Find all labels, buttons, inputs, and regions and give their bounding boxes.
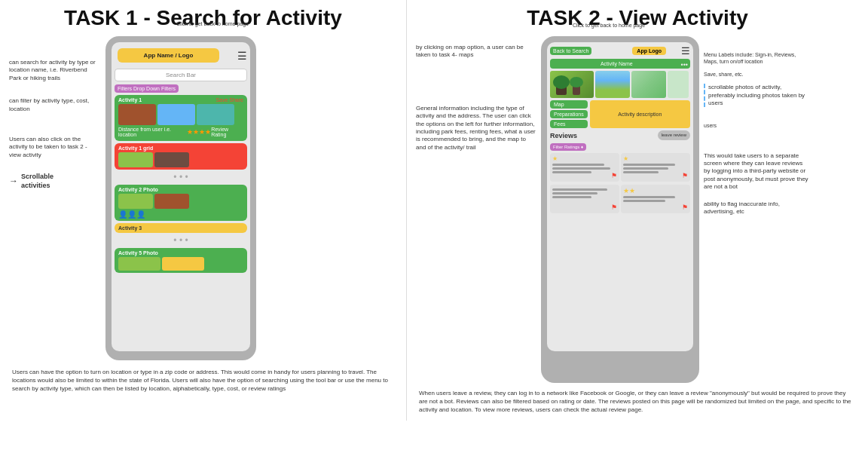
flag-icon-2[interactable]: ⚑ (682, 172, 688, 179)
activity-description-box: Activity description (590, 100, 690, 128)
task1-section: TASK 1 - Search for Activity can search … (0, 0, 407, 421)
tree-top-2 (570, 77, 583, 87)
ann-click-text: Users can also click on the activity to … (9, 136, 87, 158)
ann-scrollable-arrow: → (9, 176, 18, 188)
review-2-lines (623, 164, 688, 173)
review-2-stars: ★ (623, 155, 688, 162)
task2-screen: Back to Search App Logo ☰ Activity Name … (547, 42, 693, 351)
activity-card-4[interactable]: Activity 3 (115, 223, 247, 233)
photo-block-2 (595, 71, 630, 98)
app-logo-text: App Name / Logo (144, 52, 194, 59)
menu-icon[interactable]: ☰ (237, 50, 247, 62)
save-share[interactable]: Save Share (215, 97, 243, 103)
review-card-1: ★ ⚑ (550, 153, 619, 182)
ann-scrollable-photos-text: scrollable photos of activity, preferabl… (708, 84, 805, 106)
ann-save-share-text: Save, share, etc. (704, 72, 744, 77)
reviews-header: Reviews leave review (550, 130, 690, 140)
photos-row (550, 71, 690, 98)
dots-row-1: • • • (115, 172, 247, 182)
task1-bottom-text: Users can have the option to turn on loc… (9, 368, 397, 393)
ann-users: users (704, 122, 809, 129)
flag-icon-1[interactable]: ⚑ (611, 172, 617, 179)
reviews-title: Reviews (550, 132, 577, 139)
activity-card-5[interactable]: Activity 5 Photo (115, 248, 247, 273)
tab-preparations[interactable]: Preparations (550, 110, 588, 118)
flag-icon-4[interactable]: ⚑ (682, 204, 688, 211)
task2-right-annotations: Menu Labels include: Sign-in, Reviews, M… (704, 36, 809, 383)
ann-flag-info: ability to flag inaccurate info, adverti… (704, 201, 809, 216)
ann-flag-info-text: ability to flag inaccurate info, adverti… (704, 201, 780, 215)
activity-card-1[interactable]: Activity 1 Save Share Distance from user… (115, 95, 247, 141)
a5-img2 (162, 257, 204, 271)
app-logo2-text: App Logo (637, 48, 662, 54)
filter-chips: Filters Drop Down Filters (115, 84, 247, 93)
leave-review-btn[interactable]: leave review (658, 130, 690, 140)
app-logo-bar: App Name / Logo (118, 48, 219, 63)
ann-filter-text: can filter by activity type, cost, locat… (9, 97, 89, 112)
activity-3-images (118, 194, 243, 209)
task1-title: TASK 1 - Search for Activity (9, 6, 397, 30)
review-rating-label: Review Rating (211, 127, 243, 137)
review-grid: ★ ⚑ ★ (550, 153, 690, 213)
filter-ratings-btn[interactable]: Filter Ratings ♦ (550, 143, 586, 151)
tree-top-1 (553, 75, 570, 89)
r-line-7 (552, 188, 607, 191)
ann-search: can search for activity by type or locat… (9, 59, 99, 82)
filter-chip[interactable]: Filters Drop Down Filters (115, 84, 179, 93)
ann-menu-right: Menu Labels include: Sign-in, Reviews, M… (704, 51, 809, 65)
task1-search-bar[interactable]: Search Bar (115, 69, 247, 81)
activity-1-images (118, 104, 243, 125)
ann-general-info: General information including the type o… (416, 105, 536, 152)
dots-row-2: • • • (115, 235, 247, 246)
task2-top-note: Click to get back to home page (564, 23, 654, 28)
review-1-stars: ★ (552, 155, 617, 162)
r-line-1 (552, 164, 604, 166)
r-line-9 (552, 196, 591, 198)
activity-4-title: Activity 3 (118, 225, 142, 231)
app-logo2: App Logo (632, 47, 666, 55)
activity-card-2[interactable]: Activity 1 grid (115, 143, 247, 170)
activity-1-title: Activity 1 (118, 97, 142, 103)
r-line-4 (623, 164, 675, 166)
task2-menu-icon[interactable]: ☰ (681, 45, 690, 57)
photo-block-4 (668, 71, 689, 98)
tab-map[interactable]: Map (550, 100, 588, 109)
r-line-10 (623, 196, 675, 198)
back-to-search-btn[interactable]: Back to Search (550, 47, 591, 55)
distance-label: Distance from user i.e. location (118, 127, 187, 137)
ann-leave-review-info-text: This would take users to a separate scre… (704, 152, 808, 191)
activity-name-text: Activity Name (601, 61, 633, 66)
img-block-3 (197, 104, 234, 125)
ann-menu-right-text: Menu Labels include: Sign-in, Reviews, M… (704, 52, 796, 64)
activity-card-3[interactable]: Activity 2 Photo 👤👤👤 (115, 185, 247, 221)
review-card-2: ★ ⚑ (621, 153, 690, 182)
task1-annotations-left: can search for activity by type or locat… (9, 36, 99, 191)
ann-filter: can filter by activity type, cost, locat… (9, 97, 99, 113)
activity-5-title: Activity 5 Photo (118, 250, 158, 256)
activity-more-icon[interactable]: ••• (681, 61, 688, 69)
reviews-section: Reviews leave review Filter Ratings ♦ ★ (550, 130, 690, 213)
review-1-lines (552, 164, 617, 173)
photo-block-3 (631, 71, 666, 98)
flag-icon-3[interactable]: ⚑ (611, 204, 617, 211)
activity-2-images (118, 152, 243, 167)
task1-phone: Click to get back to home page App Name … (105, 36, 256, 360)
filter-ratings-text: Filter Ratings ♦ (553, 145, 583, 149)
ann-users-text: users (704, 123, 717, 128)
search-bar-label: Search Bar (166, 72, 196, 78)
task1-bottom-text-content: Users can have the option to turn on loc… (12, 369, 388, 392)
ann-click: Users can also click on the activity to … (9, 136, 99, 159)
img-block-2 (157, 104, 195, 125)
ann-search-text: can search for activity by type or locat… (9, 59, 96, 81)
ann-scrollable: → Scrollableactivities (9, 173, 99, 190)
img-block-1 (118, 104, 156, 125)
r-line-3 (552, 171, 591, 173)
ann-map-click-text: by clicking on map option, a user can be… (416, 44, 524, 58)
r-line-5 (623, 167, 668, 170)
task2-top-note-text: Click to get back to home page (573, 23, 645, 28)
a3-img2 (154, 194, 189, 209)
review-4-stars: ★★ (623, 187, 688, 194)
tab-fees[interactable]: Fees (550, 120, 588, 128)
r-line-6 (623, 171, 659, 173)
review-card-4: ★★ ⚑ (621, 185, 690, 213)
